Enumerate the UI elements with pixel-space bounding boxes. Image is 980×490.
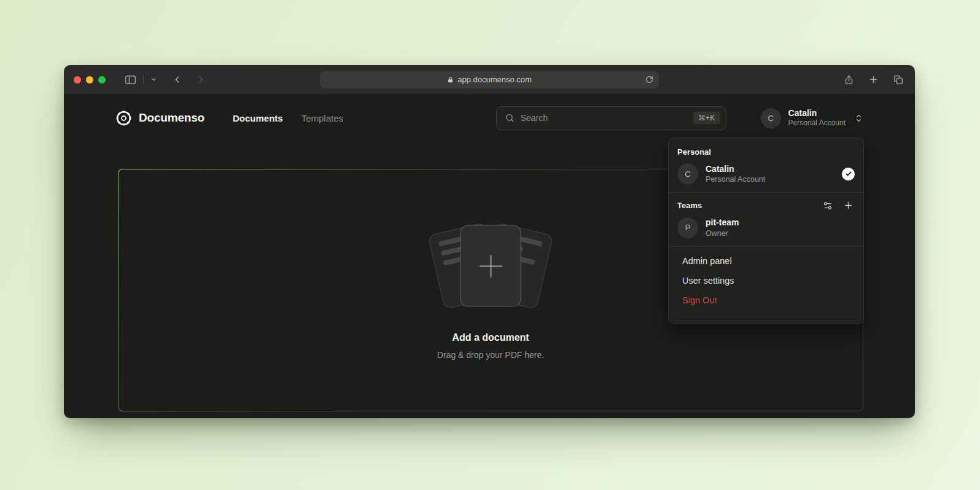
browser-toolbar: app.documenso.com	[64, 65, 915, 94]
personal-subtitle: Personal Account	[706, 174, 765, 184]
chevrons-up-down-icon	[854, 114, 863, 123]
account-subtitle: Personal Account	[788, 119, 846, 128]
dropzone-subtitle: Drag & drop your PDF here.	[437, 350, 544, 360]
documents-illustration	[423, 220, 558, 311]
brand-name: Documenso	[139, 111, 204, 125]
manage-teams-icon[interactable]	[823, 201, 833, 211]
browser-window: app.documenso.com Documenso	[64, 65, 915, 418]
main-nav: Documents Templates	[233, 113, 343, 123]
navigation-controls	[122, 72, 209, 87]
account-avatar: C	[761, 108, 781, 128]
teams-actions	[823, 200, 854, 211]
search-input[interactable]	[521, 113, 687, 123]
plus-icon	[475, 250, 507, 282]
team-name: pit-team	[706, 217, 739, 228]
menu-item-sign-out[interactable]: Sign Out	[669, 290, 863, 310]
dropzone-title: Add a document	[452, 332, 529, 343]
toolbar-divider	[143, 75, 144, 84]
lock-icon	[447, 76, 454, 84]
brand[interactable]: Documenso	[115, 110, 204, 126]
personal-name: Catalin	[706, 163, 765, 174]
reload-icon[interactable]	[645, 76, 653, 84]
close-window-button[interactable]	[74, 76, 81, 84]
document-card-add	[461, 225, 521, 307]
personal-avatar: C	[677, 163, 698, 184]
team-role: Owner	[706, 228, 739, 238]
search-box[interactable]: ⌘+K	[496, 106, 726, 130]
account-menu-button[interactable]: C Catalin Personal Account	[761, 108, 863, 128]
sidebar-options-chevron-icon[interactable]	[148, 74, 160, 85]
menu-divider	[669, 192, 863, 193]
teams-section-label: Teams	[677, 201, 702, 210]
new-tab-icon[interactable]	[868, 74, 879, 85]
share-icon[interactable]	[844, 74, 854, 85]
search-shortcut-badge: ⌘+K	[693, 112, 720, 124]
nav-documents[interactable]: Documents	[233, 113, 283, 123]
address-text: app.documenso.com	[457, 75, 532, 84]
team-item[interactable]: P pit-team Owner	[669, 213, 863, 241]
documenso-seal-icon	[115, 110, 132, 126]
menu-divider	[669, 246, 863, 247]
personal-account-item[interactable]: C Catalin Personal Account	[669, 160, 863, 188]
account-dropdown-menu: Personal C Catalin Personal Account Team…	[668, 138, 864, 324]
zoom-window-button[interactable]	[98, 76, 106, 84]
teams-section-header: Teams	[669, 197, 863, 213]
team-avatar: P	[677, 217, 698, 238]
check-circle-icon	[842, 168, 855, 181]
menu-item-user-settings[interactable]: User settings	[669, 271, 863, 290]
personal-section-label: Personal	[669, 142, 863, 160]
address-bar[interactable]: app.documenso.com	[320, 71, 659, 88]
toolbar-right-actions	[844, 74, 904, 85]
add-team-icon[interactable]	[843, 200, 854, 211]
minimize-window-button[interactable]	[86, 76, 93, 84]
back-button[interactable]	[169, 72, 185, 87]
forward-button[interactable]	[193, 72, 209, 87]
app-page: Documenso Documents Templates ⌘+K C Cata…	[64, 94, 915, 418]
menu-item-admin-panel[interactable]: Admin panel	[669, 251, 863, 271]
search-icon	[505, 113, 515, 123]
tab-overview-icon[interactable]	[893, 74, 904, 85]
account-name: Catalin	[788, 108, 846, 119]
window-controls	[64, 76, 106, 84]
sidebar-toggle-icon[interactable]	[122, 72, 139, 87]
app-header: Documenso Documents Templates ⌘+K C Cata…	[115, 94, 863, 142]
nav-templates[interactable]: Templates	[301, 113, 343, 123]
